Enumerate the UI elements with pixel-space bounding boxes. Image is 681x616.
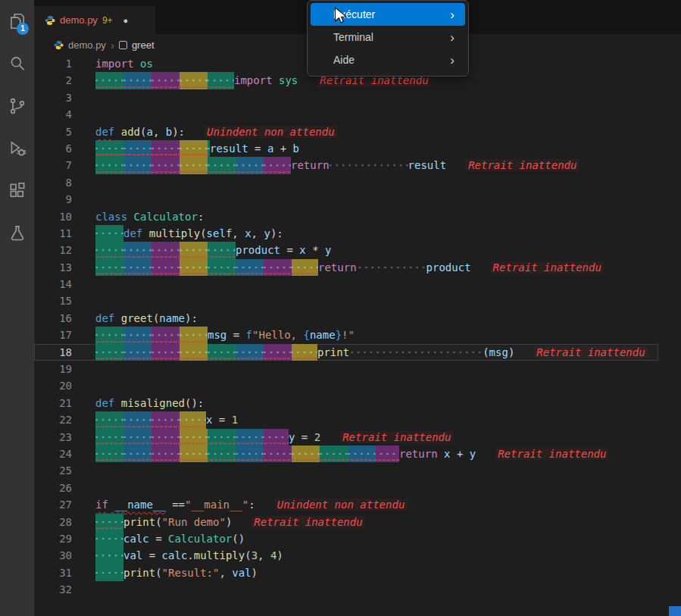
code-line[interactable]: 31print("Result:", val) [34,564,658,581]
code-line[interactable]: 30val = calc.multiply(3, 4) [34,547,658,564]
code-line[interactable]: 13returnproductRetrait inattendu [34,259,658,276]
code-line[interactable]: 11def multiply(self, x, y): [34,225,658,242]
line-number: 29 [34,530,72,547]
line-number: 4 [34,106,72,123]
code-token: : [248,499,255,511]
code-line[interactable]: 24return x + yRetrait inattendu [34,446,658,462]
code-token: + [273,142,292,155]
code-token: return [291,159,330,171]
code-token: , [219,567,232,579]
symbol-function-icon [119,41,127,49]
code-token: { [303,329,309,341]
code-token: sys [273,74,298,86]
code-line[interactable]: 5def add(a, b):Unindent non attendu [34,124,658,140]
code-token: ) [251,567,258,579]
inline-error-message: Retrait inattendu [491,261,604,274]
sidebar-item-source-control[interactable] [0,85,34,127]
code-line[interactable]: 26 [34,480,658,496]
tab-dirty-indicator[interactable]: ● [123,16,129,25]
python-icon [45,15,55,26]
code-token: val [232,567,251,579]
code-line[interactable]: 3 [34,89,658,106]
line-number: 24 [34,446,72,462]
code-token: class [95,211,127,223]
code-line[interactable]: 10class Calculator: [34,208,658,225]
explorer-badge: 1 [17,23,29,35]
code-token: product [236,244,280,256]
code-token: b [166,126,172,138]
code-token: = [212,414,231,426]
tab-filename: demo.py [60,14,98,26]
line-number: 3 [34,89,72,106]
code-token: 1 [232,414,238,426]
status-bar-corner[interactable] [669,606,681,616]
menu-item-terminal[interactable]: Terminal › [311,26,465,48]
code-token: def [95,126,114,138]
sidebar-item-explorer[interactable]: 1 [0,0,34,42]
tab-demo-py[interactable]: demo.py 9+ ● [34,6,155,34]
line-number: 15 [34,292,72,309]
line-number: 14 [34,276,72,292]
line-number: 22 [34,411,72,428]
code-token: 2 [314,431,320,443]
indent-rainbow-blocks [95,429,289,446]
sidebar-item-extensions[interactable] [0,170,34,212]
code-line[interactable]: 23y = 2Retrait inattendu [34,429,658,446]
code-line[interactable]: 4 [34,106,658,123]
code-line[interactable]: 14 [34,276,658,292]
menu-item-run[interactable]: Exécuter › [311,3,465,26]
line-number: 1 [34,55,72,72]
code-token: a [146,126,152,138]
code-line[interactable]: 28print("Run demo")Retrait inattendu [34,514,658,530]
breadcrumb-symbol[interactable]: greet [132,39,155,51]
code-token: multiply [194,549,245,561]
code-line[interactable]: 6result = a + b [34,140,658,157]
code-line[interactable]: 15 [34,292,658,309]
code-token: self [207,227,233,239]
submenu-chevron-icon: › [450,54,455,67]
code-line[interactable]: 8 [34,174,658,191]
sidebar-item-search[interactable] [0,42,34,85]
code-token: y [470,448,476,460]
code-token: import [95,58,134,70]
code-token: calc [162,549,188,561]
line-number: 32 [34,581,72,598]
code-line[interactable]: 7returnresultRetrait inattendu [34,157,658,174]
code-token: ): [270,227,283,239]
code-line[interactable]: 17msg = f"Hello, {name}!" [34,327,658,343]
code-token: b [293,142,299,155]
code-token: misaligned [114,397,185,409]
code-line[interactable]: 32 [34,581,658,598]
code-line[interactable]: 19 [34,361,658,377]
code-token: msg [489,346,508,358]
code-line[interactable]: 22x = 1 [34,411,658,428]
menu-item-help[interactable]: Aide › [311,48,465,71]
code-token: . [187,549,193,561]
code-line[interactable]: 12product = x * y [34,242,658,258]
code-token: 3 [251,549,258,561]
code-line[interactable]: 20 [34,377,658,394]
line-number: 18 [34,344,72,361]
code-line[interactable]: 25 [34,462,658,479]
line-number: 7 [34,157,72,174]
sidebar-item-run-debug[interactable] [0,127,34,170]
code-line[interactable]: 16def greet(name): [34,310,658,327]
line-number: 9 [34,191,72,208]
line-number: 19 [34,361,72,377]
code-line[interactable]: 29calc = Calculator() [34,530,658,547]
sidebar-item-testing[interactable] [0,212,34,255]
code-line[interactable]: 9 [34,191,658,208]
code-token: ): [185,312,198,324]
code-line[interactable]: 27if __name__ =="__main__":Unindent non … [34,496,658,513]
indent-rainbow-blocks [95,514,123,530]
code-token: * [306,244,325,256]
code-token: os [134,58,153,70]
line-number: 5 [34,124,72,140]
code-token: , [232,227,245,239]
breadcrumb-file[interactable]: demo.py [68,39,106,51]
code-token: name [310,329,336,341]
code-line[interactable]: 18print(msg)Retrait inattendu [34,344,658,361]
submenu-chevron-icon: › [450,8,455,21]
context-menu: Exécuter › Terminal › Aide › [307,0,469,77]
code-line[interactable]: 21def misaligned(): [34,395,658,411]
